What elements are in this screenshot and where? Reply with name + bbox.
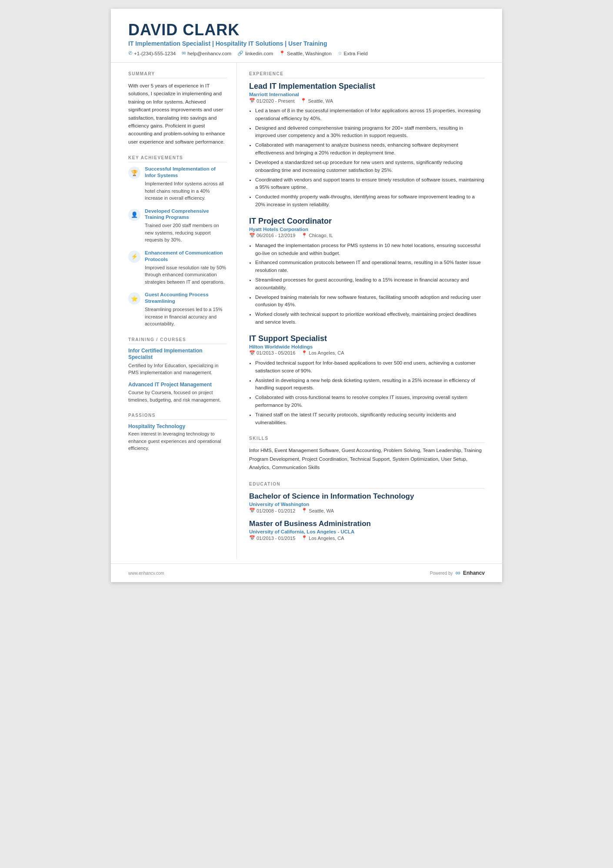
bullet-3-1: Provided technical support for Infor-bas… xyxy=(255,359,485,375)
passion-title-1: Hospitality Technology xyxy=(128,423,227,429)
passion-desc-1: Keen interest in leveraging technology t… xyxy=(128,430,227,452)
edu-2-location: Los Angeles, CA xyxy=(309,536,344,541)
achievement-desc-1: Implemented Infor systems across all hot… xyxy=(145,180,227,202)
footer-url: www.enhancv.com xyxy=(128,571,164,576)
job-3-title: IT Support Specialist xyxy=(249,334,485,343)
left-column: SUMMARY With over 5 years of experience … xyxy=(111,63,237,559)
achievement-icon-1: 🏆 xyxy=(128,167,140,179)
pin-icon-2: 📍 xyxy=(301,233,307,238)
right-column: EXPERIENCE Lead IT Implementation Specia… xyxy=(237,63,502,559)
extra-text: Extra Field xyxy=(344,51,368,56)
course-desc-2: Course by Coursera, focused on project t… xyxy=(128,389,227,403)
edu-1: Bachelor of Science in Information Techn… xyxy=(249,492,485,513)
bullet-3-3: Collaborated with cross-functional teams… xyxy=(255,394,485,409)
edu-1-degree: Bachelor of Science in Information Techn… xyxy=(249,492,485,501)
enhancv-logo-icon: ∞ xyxy=(456,569,460,577)
course-title-2: Advanced IT Project Management xyxy=(128,382,227,389)
bullet-1-1: Led a team of 8 in the successful implem… xyxy=(255,107,485,123)
phone-icon: ✆ xyxy=(128,50,132,56)
calendar-icon-edu2: 📅 xyxy=(249,535,255,541)
pin-icon-1: 📍 xyxy=(300,98,306,104)
linkedin-text: linkedin.com xyxy=(245,51,273,56)
bullet-2-3: Streamlined processes for guest accounti… xyxy=(255,276,485,292)
achievement-desc-2: Trained over 200 staff members on new sy… xyxy=(145,222,227,244)
edu-2: Master of Business Administration Univer… xyxy=(249,519,485,541)
key-achievements-section: KEY ACHIEVEMENTS 🏆 Successful Implementa… xyxy=(128,155,227,328)
course-title-1: Infor Certified Implementation Specialis… xyxy=(128,348,227,361)
body: SUMMARY With over 5 years of experience … xyxy=(111,63,502,559)
resume-page: DAVID CLARK IT Implementation Specialist… xyxy=(111,9,502,582)
achievement-icon-3: ⚡ xyxy=(128,251,140,263)
contact-email: ✉ help@enhancv.com xyxy=(182,50,231,56)
contact-extra: ☆ Extra Field xyxy=(338,50,368,56)
job-1-title: Lead IT Implementation Specialist xyxy=(249,82,485,91)
bullet-2-1: Managed the implementation process for P… xyxy=(255,242,485,258)
training-label: TRAINING / COURSES xyxy=(128,337,227,344)
achievement-desc-4: Streamlining processes led to a 15% incr… xyxy=(145,306,227,328)
calendar-icon-edu1: 📅 xyxy=(249,508,255,513)
bullet-1-2: Designed and delivered comprehensive tra… xyxy=(255,124,485,140)
edu-1-location: Seattle, WA xyxy=(309,508,334,513)
job-3-location: Los Angeles, CA xyxy=(309,350,344,355)
course-desc-1: Certified by Infor Education, specializi… xyxy=(128,362,227,376)
skills-section: SKILLS Infor HMS, Event Management Softw… xyxy=(249,436,485,472)
pin-icon-3: 📍 xyxy=(301,350,307,356)
extra-icon: ☆ xyxy=(338,50,342,56)
course-item-2: Advanced IT Project Management Course by… xyxy=(128,382,227,404)
job-2-company: Hyatt Hotels Corporation xyxy=(249,227,485,232)
brand-name: Enhancv xyxy=(463,570,485,576)
skills-label: SKILLS xyxy=(249,436,485,443)
job-1-company: Marriott International xyxy=(249,92,485,97)
edu-2-dates: 01/2013 - 01/2015 xyxy=(257,536,295,541)
header: DAVID CLARK IT Implementation Specialist… xyxy=(111,9,502,63)
phone-text: +1-(234)-555-1234 xyxy=(134,51,176,56)
achievement-icon-2: 👤 xyxy=(128,209,140,221)
skills-text: Infor HMS, Event Management Software, Gu… xyxy=(249,446,485,472)
edu-1-dates: 01/2008 - 01/2012 xyxy=(257,508,295,513)
footer-brand: Powered by ∞ Enhancv xyxy=(430,569,485,577)
contact-phone: ✆ +1-(234)-555-1234 xyxy=(128,50,176,56)
achievement-title-2: Developed Comprehensive Training Program… xyxy=(145,208,227,221)
calendar-icon-3: 📅 xyxy=(249,350,255,356)
candidate-title: IT Implementation Specialist | Hospitali… xyxy=(128,40,485,47)
linkedin-icon: 🔗 xyxy=(237,50,243,56)
job-1: Lead IT Implementation Specialist Marrio… xyxy=(249,82,485,209)
contact-bar: ✆ +1-(234)-555-1234 ✉ help@enhancv.com 🔗… xyxy=(128,50,485,56)
job-3: IT Support Specialist Hilton Worldwide H… xyxy=(249,334,485,427)
job-1-location: Seattle, WA xyxy=(308,98,333,104)
location-text: Seattle, Washington xyxy=(287,51,332,56)
passions-section: PASSIONS Hospitality Technology Keen int… xyxy=(128,413,227,452)
achievement-desc-3: Improved issue resolution rate by 50% th… xyxy=(145,264,227,286)
experience-label: EXPERIENCE xyxy=(249,71,485,78)
bullet-3-2: Assisted in developing a new help desk t… xyxy=(255,377,485,392)
location-icon: 📍 xyxy=(279,50,285,56)
contact-location: 📍 Seattle, Washington xyxy=(279,50,332,56)
edu-1-school: University of Washington xyxy=(249,502,485,507)
job-2-title: IT Project Coordinator xyxy=(249,217,485,226)
bullet-2-5: Worked closely with technical support to… xyxy=(255,311,485,326)
achievement-item-1: 🏆 Successful Implementation of Infor Sys… xyxy=(128,166,227,201)
job-2: IT Project Coordinator Hyatt Hotels Corp… xyxy=(249,217,485,326)
edu-2-school: University of California, Los Angeles - … xyxy=(249,529,485,534)
achievement-item-4: ⭐ Guest Accounting Process Streamlining … xyxy=(128,292,227,327)
bullet-2-4: Developed training materials for new sof… xyxy=(255,294,485,309)
achievement-title-4: Guest Accounting Process Streamlining xyxy=(145,292,227,305)
summary-section: SUMMARY With over 5 years of experience … xyxy=(128,71,227,146)
job-2-bullets: Managed the implementation process for P… xyxy=(249,242,485,326)
calendar-icon-1: 📅 xyxy=(249,98,255,104)
pin-icon-edu1: 📍 xyxy=(301,508,307,513)
summary-label: SUMMARY xyxy=(128,71,227,78)
contact-linkedin: 🔗 linkedin.com xyxy=(237,50,273,56)
pin-icon-edu2: 📍 xyxy=(301,535,307,541)
achievement-title-3: Enhancement of Communication Protocols xyxy=(145,250,227,263)
job-2-meta: 📅 06/2016 - 12/2019 📍 Chicago, IL xyxy=(249,233,485,238)
job-3-bullets: Provided technical support for Infor-bas… xyxy=(249,359,485,427)
achievement-title-1: Successful Implementation of Infor Syste… xyxy=(145,166,227,179)
bullet-2-2: Enhanced communication protocols between… xyxy=(255,259,485,275)
bullet-1-3: Collaborated with management to analyze … xyxy=(255,141,485,157)
job-3-dates: 01/2013 - 05/2016 xyxy=(257,350,295,355)
passions-label: PASSIONS xyxy=(128,413,227,420)
key-achievements-label: KEY ACHIEVEMENTS xyxy=(128,155,227,162)
edu-2-meta: 📅 01/2013 - 01/2015 📍 Los Angeles, CA xyxy=(249,535,485,541)
bullet-1-4: Developed a standardized set-up procedur… xyxy=(255,159,485,174)
